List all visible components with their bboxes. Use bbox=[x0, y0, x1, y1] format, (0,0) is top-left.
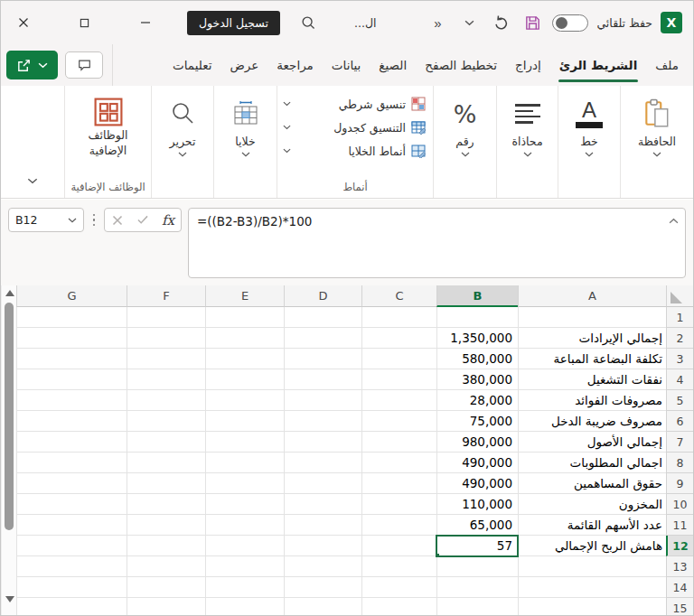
tab-page-layout[interactable]: تخطيط الصفح bbox=[416, 44, 506, 86]
cell[interactable] bbox=[205, 453, 284, 473]
group-number[interactable]: % رقم bbox=[433, 86, 496, 198]
cell[interactable] bbox=[284, 515, 361, 536]
cell[interactable] bbox=[361, 494, 436, 515]
row-header[interactable]: 10 bbox=[666, 494, 693, 515]
cell-B8[interactable]: 490,000 bbox=[436, 453, 518, 473]
row-header[interactable]: 6 bbox=[666, 411, 693, 432]
cell-A6[interactable]: مصروف ضريبة الدخل bbox=[518, 411, 666, 432]
search-button[interactable] bbox=[296, 11, 320, 34]
cell-B14[interactable] bbox=[436, 577, 518, 598]
row-header-selected[interactable]: 12 bbox=[666, 536, 693, 556]
cell[interactable] bbox=[361, 432, 436, 453]
cell[interactable] bbox=[284, 307, 361, 328]
cell[interactable] bbox=[361, 411, 436, 432]
quick-access-chevron-button[interactable] bbox=[457, 11, 481, 34]
row-header[interactable]: 1 bbox=[666, 307, 693, 328]
cell-A4[interactable]: نفقات التشغيل bbox=[518, 369, 666, 390]
cell[interactable] bbox=[361, 536, 436, 556]
group-editing[interactable]: تحرير bbox=[151, 86, 213, 198]
tab-help[interactable]: تعليمات bbox=[164, 44, 220, 86]
minimize-button[interactable] bbox=[135, 9, 157, 36]
row-header[interactable]: 9 bbox=[666, 473, 693, 494]
row-header[interactable]: 3 bbox=[666, 349, 693, 369]
conditional-formatting-button[interactable]: تنسيق شرطي bbox=[283, 94, 426, 114]
tab-view[interactable]: عرض bbox=[220, 44, 267, 86]
cell[interactable] bbox=[127, 598, 205, 615]
select-all-corner[interactable] bbox=[666, 285, 693, 307]
cell[interactable] bbox=[127, 494, 205, 515]
group-cells[interactable]: خلايا bbox=[213, 86, 277, 198]
cell[interactable] bbox=[16, 556, 127, 577]
column-header-A[interactable]: A bbox=[518, 285, 666, 307]
cell[interactable] bbox=[127, 349, 205, 369]
cell[interactable] bbox=[284, 411, 361, 432]
tab-data[interactable]: بيانات bbox=[323, 44, 370, 86]
cell[interactable] bbox=[284, 577, 361, 598]
cell[interactable] bbox=[284, 328, 361, 349]
cell[interactable] bbox=[127, 515, 205, 536]
row-header[interactable]: 15 bbox=[666, 598, 693, 615]
cell-B7[interactable]: 980,000 bbox=[436, 432, 518, 453]
cell[interactable] bbox=[205, 349, 284, 369]
comments-button[interactable] bbox=[65, 51, 103, 79]
collapse-formula-bar-button[interactable] bbox=[669, 213, 679, 227]
cell[interactable] bbox=[205, 473, 284, 494]
cell[interactable] bbox=[16, 473, 127, 494]
cell[interactable] bbox=[361, 390, 436, 411]
cancel-entry-button[interactable] bbox=[107, 210, 128, 231]
cell[interactable] bbox=[284, 536, 361, 556]
cell[interactable] bbox=[16, 328, 127, 349]
group-font[interactable]: A خط bbox=[558, 86, 620, 198]
close-button[interactable] bbox=[12, 9, 34, 36]
row-header[interactable]: 13 bbox=[666, 556, 693, 577]
cell[interactable] bbox=[361, 556, 436, 577]
cell[interactable] bbox=[361, 369, 436, 390]
cell[interactable] bbox=[284, 473, 361, 494]
save-button[interactable] bbox=[520, 11, 544, 34]
drag-handle[interactable] bbox=[90, 208, 98, 232]
excel-logo-icon[interactable]: X bbox=[661, 12, 682, 33]
cell[interactable] bbox=[284, 556, 361, 577]
cell[interactable] bbox=[205, 536, 284, 556]
cell[interactable] bbox=[127, 328, 205, 349]
cell[interactable] bbox=[205, 556, 284, 577]
cell-B5[interactable]: 28,000 bbox=[436, 390, 518, 411]
cell[interactable] bbox=[127, 411, 205, 432]
cell-A3[interactable]: تكلفة البضاعة المباعة bbox=[518, 349, 666, 369]
cell[interactable] bbox=[205, 328, 284, 349]
cell[interactable] bbox=[16, 369, 127, 390]
addins-button[interactable]: الوظائف الإضافية bbox=[89, 96, 128, 159]
format-as-table-button[interactable]: التنسيق كجدول bbox=[283, 117, 426, 137]
cell[interactable] bbox=[16, 390, 127, 411]
tab-formulas[interactable]: الصيغ bbox=[370, 44, 416, 86]
enter-entry-button[interactable] bbox=[132, 210, 154, 231]
column-header-G[interactable]: G bbox=[16, 285, 127, 307]
cell[interactable] bbox=[284, 369, 361, 390]
cell-A10[interactable]: المخزون bbox=[518, 494, 666, 515]
row-header[interactable]: 8 bbox=[666, 453, 693, 473]
row-header[interactable]: 11 bbox=[666, 515, 693, 536]
cell[interactable] bbox=[361, 349, 436, 369]
cell-A13[interactable] bbox=[518, 556, 666, 577]
tab-review[interactable]: مراجعة bbox=[267, 44, 323, 86]
undo-button[interactable] bbox=[489, 11, 512, 34]
cell[interactable] bbox=[284, 453, 361, 473]
cell-A14[interactable] bbox=[518, 577, 666, 598]
column-header-C[interactable]: C bbox=[361, 285, 436, 307]
cell-B9[interactable]: 490,000 bbox=[436, 473, 518, 494]
cell-A12[interactable]: هامش الربح الإجمالي bbox=[518, 536, 666, 556]
formula-input[interactable]: =((B2-B3)/B2)*100 bbox=[188, 208, 686, 278]
column-header-F[interactable]: F bbox=[127, 285, 205, 307]
collapse-ribbon-button[interactable] bbox=[18, 170, 47, 191]
cell[interactable] bbox=[205, 307, 284, 328]
cell[interactable] bbox=[284, 494, 361, 515]
tab-insert[interactable]: إدراج bbox=[506, 44, 550, 86]
cell-A11[interactable]: عدد الأسهم القائمة bbox=[518, 515, 666, 536]
cell[interactable] bbox=[205, 411, 284, 432]
column-header-D[interactable]: D bbox=[284, 285, 361, 307]
cell[interactable] bbox=[205, 494, 284, 515]
cell[interactable] bbox=[16, 598, 127, 615]
cell-A1[interactable] bbox=[518, 307, 666, 328]
cell-B1[interactable] bbox=[436, 307, 518, 328]
cell-B15[interactable] bbox=[436, 598, 518, 615]
